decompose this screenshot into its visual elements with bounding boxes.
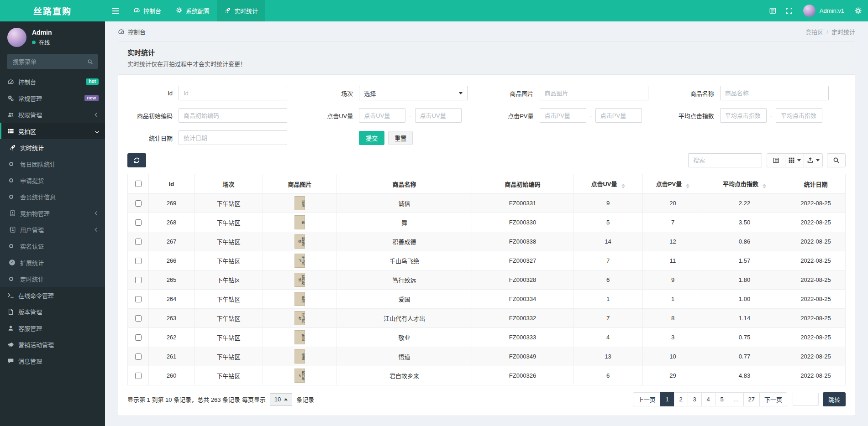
search-icon[interactable] <box>87 59 93 65</box>
next-page-button[interactable]: 下一页 <box>759 392 787 406</box>
advanced-search-button[interactable] <box>827 153 846 167</box>
sort-icon[interactable] <box>763 184 766 188</box>
table-search-input[interactable] <box>688 153 762 167</box>
row-checkbox[interactable] <box>135 258 142 264</box>
filter-input-点击PV量-max[interactable] <box>595 108 642 123</box>
prev-page-button[interactable]: 上一页 <box>633 392 661 406</box>
sidebar-item-竞拍区[interactable]: 竞拍区 <box>0 123 105 139</box>
product-thumbnail[interactable]: 君自故乡 <box>295 369 305 383</box>
filter-input-平均点击指数-min[interactable] <box>720 108 767 123</box>
page-button-3[interactable]: 3 <box>688 392 702 406</box>
top-nav-item-1[interactable]: 控制台 <box>126 0 168 21</box>
row-checkbox[interactable] <box>135 353 142 360</box>
sidebar-item-消息管理[interactable]: 消息管理 <box>0 353 105 369</box>
table-row[interactable]: 269下午钻区诚信诚信FZ0003319202.222022-08-25 <box>128 194 846 213</box>
table-row[interactable]: 266下午钻区千山鸟飞千山鸟飞绝FZ0003277111.572022-08-2… <box>128 251 846 270</box>
sidebar-item-客服管理[interactable]: 客服管理 <box>0 320 105 336</box>
select-all-checkbox[interactable] <box>135 181 142 187</box>
filter-input-Id[interactable] <box>179 86 287 100</box>
column-header-点击UV量[interactable]: 点击UV量 <box>573 174 643 194</box>
sidebar-toggle-button[interactable] <box>105 0 126 21</box>
sidebar-item-权限管理[interactable]: 权限管理 <box>0 106 105 123</box>
settings-gear-icon[interactable] <box>850 0 866 21</box>
filter-input-商品初始编码[interactable] <box>179 108 287 123</box>
sidebar-item-版本管理[interactable]: 版本管理 <box>0 303 105 320</box>
table-row[interactable]: 265下午钻区笃行致远笃行致远FZ000328691.802022-08-25 <box>128 270 846 290</box>
table-row[interactable]: 260下午钻区君自故乡君自故乡来FZ0003266294.832022-08-2… <box>128 366 846 385</box>
sidebar-item-营销活动管理[interactable]: 营销活动管理 <box>0 336 105 353</box>
filter-select-场次[interactable]: 选择 <box>359 86 468 100</box>
product-thumbnail[interactable]: 诚信 <box>295 196 305 210</box>
filter-input-统计日期[interactable] <box>179 130 287 145</box>
page-button-4[interactable]: 4 <box>701 392 715 406</box>
row-checkbox[interactable] <box>135 373 142 379</box>
jump-button[interactable]: 跳转 <box>823 392 846 406</box>
sidebar-subitem-实时统计[interactable]: 实时统计 <box>0 139 105 156</box>
sidebar-subitem-扩展统计[interactable]: 扩展统计 <box>0 254 105 270</box>
user-status[interactable]: 在线 <box>32 38 52 46</box>
page-size-dropdown[interactable]: 10 <box>270 393 292 406</box>
sidebar-search-input[interactable] <box>12 58 87 66</box>
sidebar-subitem-会员统计信息[interactable]: 会员统计信息 <box>0 188 105 205</box>
row-checkbox[interactable] <box>135 219 142 226</box>
sidebar-item-控制台[interactable]: 控制台hot <box>0 73 105 90</box>
table-row[interactable]: 261下午钻区悟道悟道FZ00034913100.772022-08-25 <box>128 347 846 366</box>
user-menu[interactable]: Admin:v1 <box>798 5 850 17</box>
row-checkbox[interactable] <box>135 200 142 207</box>
product-thumbnail[interactable]: 笃行致远 <box>295 273 305 287</box>
breadcrumb-item[interactable]: 定时统计 <box>831 29 855 36</box>
page-button-2[interactable]: 2 <box>674 392 688 406</box>
reset-button[interactable]: 重置 <box>388 131 413 145</box>
breadcrumb-item[interactable]: 竞拍区 <box>805 29 823 36</box>
filter-input-点击UV量-max[interactable] <box>415 108 462 123</box>
jump-page-input[interactable] <box>793 393 819 406</box>
sidebar-subitem-用户管理[interactable]: 用户管理 <box>0 221 105 238</box>
filter-input-点击PV量-min[interactable] <box>540 108 586 123</box>
product-thumbnail[interactable]: 舞 <box>295 215 305 229</box>
table-row[interactable]: 263下午钻区江山代有江山代有人才出FZ000332781.142022-08-… <box>128 309 846 328</box>
export-button[interactable] <box>804 153 823 167</box>
table-row[interactable]: 262下午钻区敬业敬业FZ000333430.752022-08-25 <box>128 328 846 347</box>
column-header-点击PV量[interactable]: 点击PV量 <box>643 174 703 194</box>
row-checkbox[interactable] <box>135 334 142 341</box>
filter-input-点击UV量-min[interactable] <box>359 108 405 123</box>
sidebar-subitem-每日团队统计[interactable]: 每日团队统计 <box>0 156 105 172</box>
sidebar-item-常规管理[interactable]: 常规管理new <box>0 90 105 106</box>
sidebar-subitem-竞拍物管理[interactable]: 竞拍物管理 <box>0 205 105 221</box>
toggle-view-button[interactable] <box>767 153 785 167</box>
row-checkbox[interactable] <box>135 315 142 322</box>
sidebar-subitem-申请提货[interactable]: 申请提货 <box>0 172 105 188</box>
top-nav-item-3[interactable]: 实时统计 <box>217 0 265 21</box>
table-row[interactable]: 267下午钻区积善成德积善成德FZ00033814120.862022-08-2… <box>128 232 846 251</box>
filter-input-商品图片[interactable] <box>540 86 648 100</box>
product-thumbnail[interactable]: 江山代有 <box>295 311 305 325</box>
sidebar-subitem-定时统计[interactable]: 定时统计 <box>0 270 105 287</box>
columns-button[interactable] <box>785 153 804 167</box>
product-thumbnail[interactable]: 千山鸟飞 <box>295 254 305 268</box>
product-thumbnail[interactable]: 悟道 <box>295 349 305 364</box>
brand-logo[interactable]: 丝路直购 <box>0 0 105 21</box>
column-header-平均点击指数[interactable]: 平均点击指数 <box>703 174 786 194</box>
language-icon[interactable] <box>765 0 781 21</box>
sidebar-item-在线命令管理[interactable]: 在线命令管理 <box>0 287 105 303</box>
top-nav-item-2[interactable]: 系统配置 <box>168 0 217 21</box>
page-button-1[interactable]: 1 <box>660 392 674 406</box>
refresh-button[interactable] <box>127 153 146 167</box>
submit-button[interactable]: 提交 <box>359 131 384 145</box>
sidebar-subitem-实名认证[interactable]: 实名认证 <box>0 238 105 254</box>
sort-icon[interactable] <box>686 184 689 188</box>
product-thumbnail[interactable]: 敬业 <box>295 330 305 344</box>
filter-input-商品名称[interactable] <box>720 86 829 100</box>
page-button-5[interactable]: 5 <box>715 392 729 406</box>
table-row[interactable]: 264下午钻区爱国爱国FZ000334111.002022-08-25 <box>128 290 846 309</box>
product-thumbnail[interactable]: 爱国 <box>295 292 305 306</box>
row-checkbox[interactable] <box>135 239 142 245</box>
filter-input-平均点击指数-max[interactable] <box>776 108 822 123</box>
product-thumbnail[interactable]: 积善成德 <box>295 234 305 249</box>
row-checkbox[interactable] <box>135 277 142 283</box>
page-button-27[interactable]: 27 <box>743 392 760 406</box>
fullscreen-icon[interactable] <box>781 0 798 21</box>
row-checkbox[interactable] <box>135 296 142 302</box>
table-row[interactable]: 268下午钻区舞舞FZ000330573.502022-08-25 <box>128 213 846 232</box>
sort-icon[interactable] <box>621 184 625 188</box>
